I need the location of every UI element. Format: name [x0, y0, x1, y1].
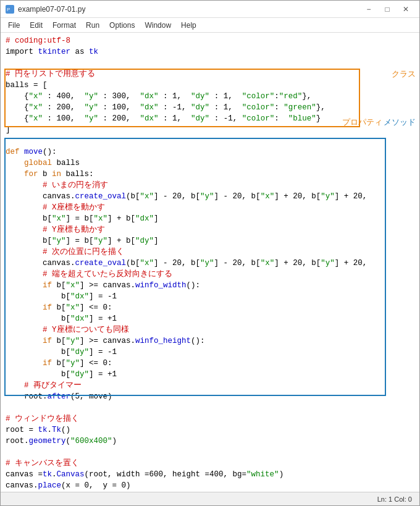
menu-file[interactable]: File [3, 20, 25, 31]
code-line-36: root = tk.Tk() [6, 424, 417, 436]
code-line-30: if b["y"] <= 0: [6, 358, 417, 369]
code-line-11: def move(): [6, 146, 417, 158]
code-line-32: # 再びタイマー [6, 380, 417, 391]
code-line-12: global balls [6, 158, 417, 169]
code-line-22: # 端を超えていたら反対向きにする [6, 269, 417, 280]
code-line-31: b["dy"] = +1 [6, 369, 417, 380]
code-line-6: {"x" : 400, "y" : 300, "dx" : 1, "dy" : … [6, 91, 417, 102]
menu-options[interactable]: Options [104, 20, 140, 31]
code-line-2: import tkinter as tk [6, 46, 417, 57]
code-line-34 [6, 402, 417, 413]
code-line-21: canvas.create_oval(b["x"] - 20, b["y"] -… [6, 258, 417, 269]
close-button[interactable]: ✕ [397, 2, 414, 16]
code-line-4: # 円をリストで用意する [6, 69, 417, 80]
code-line-24: b["dx"] = -1 [6, 291, 417, 302]
window: P example07-07-01.py − □ ✕ File Edit For… [0, 0, 420, 506]
code-line-28: if b["y"] >= canvas.winfo_height(): [6, 335, 417, 347]
menu-format[interactable]: Format [48, 20, 81, 31]
code-line-37: root.geometry("600x400") [6, 436, 417, 447]
code-line-35: # ウィンドウを描く [6, 413, 417, 424]
code-line-40: canvas =tk.Canvas(root, width =600, heig… [6, 469, 417, 480]
code-line-38 [6, 447, 417, 458]
svg-text:P: P [7, 7, 10, 12]
code-line-20: # 次の位置に円を描く [6, 247, 417, 258]
code-line-17: b["x"] = b["x"] + b["dx"] [6, 213, 417, 224]
code-line-33: root.after(5, move) [6, 391, 417, 402]
menu-edit[interactable]: Edit [25, 20, 48, 31]
app-icon: P [6, 5, 14, 14]
code-line-14: # いまの円を消す [6, 180, 417, 191]
menu-help[interactable]: Help [176, 20, 201, 31]
editor-wrapper: # coding:utf-8 import tkinter as tk # 円を… [1, 33, 419, 492]
menu-window[interactable]: Window [140, 20, 176, 31]
code-line-18: # Y座標も動かす [6, 224, 417, 235]
code-line-16: # X座標を動かす [6, 202, 417, 213]
code-line-39: # キャンバスを置く [6, 458, 417, 469]
code-editor[interactable]: # coding:utf-8 import tkinter as tk # 円を… [1, 33, 419, 492]
menu-bar: File Edit Format Run Options Window Help [1, 18, 419, 33]
status-bar: Ln: 1 Col: 0 [1, 492, 419, 505]
code-line-41: canvas.place(x = 0, y = 0) [6, 480, 417, 491]
window-title: example07-07-01.py [18, 5, 85, 14]
code-line-25: if b["x"] <= 0: [6, 302, 417, 313]
code-line-10 [6, 135, 417, 146]
code-line-29: b["dy"] = -1 [6, 347, 417, 358]
code-line-5: balls = [ [6, 80, 417, 91]
code-line-9: ] [6, 124, 417, 135]
title-bar-left: P example07-07-01.py [6, 5, 85, 14]
status-text: Ln: 1 Col: 0 [377, 495, 412, 503]
code-line-3 [6, 57, 417, 69]
code-line-42 [6, 491, 417, 492]
maximize-button[interactable]: □ [379, 2, 396, 16]
menu-run[interactable]: Run [81, 20, 104, 31]
title-bar: P example07-07-01.py − □ ✕ [1, 1, 419, 18]
code-line-19: b["y"] = b["y"] + b["dy"] [6, 235, 417, 247]
title-bar-controls: − □ ✕ [360, 2, 414, 16]
code-line-23: if b["x"] >= canvas.winfo_width(): [6, 280, 417, 291]
code-line-8: {"x" : 100, "y" : 200, "dx" : 1, "dy" : … [6, 113, 417, 124]
minimize-button[interactable]: − [360, 2, 377, 16]
code-line-7: {"x" : 200, "y" : 100, "dx" : -1, "dy" :… [6, 102, 417, 113]
code-line-27: # Y座標についても同様 [6, 324, 417, 335]
code-line-15: canvas.create_oval(b["x"] - 20, b["y"] -… [6, 191, 417, 202]
code-line-26: b["dx"] = +1 [6, 313, 417, 324]
code-line-13: for b in balls: [6, 169, 417, 180]
code-line-1: # coding:utf-8 [6, 35, 417, 46]
